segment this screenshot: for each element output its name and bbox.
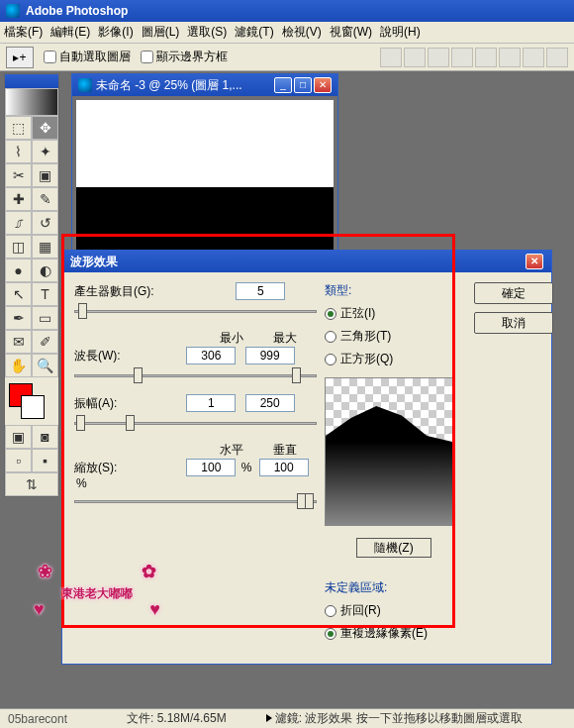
auto-select-checkbox[interactable] [44,51,56,63]
notes-tool-icon[interactable]: ✉ [5,330,32,354]
menu-help[interactable]: 說明(H) [380,24,421,41]
generators-input[interactable] [236,282,285,300]
pen-tool-icon[interactable]: ✒ [5,306,32,330]
align-btn[interactable] [546,48,568,67]
dialog-titlebar[interactable]: 波形效果 ✕ [62,251,551,272]
move-tool-icon[interactable]: ✥ [32,116,58,140]
wavelength-slider[interactable] [74,366,317,384]
close-button[interactable]: ✕ [314,77,332,93]
heal-tool-icon[interactable]: ✚ [5,187,32,211]
blur-tool-icon[interactable]: ● [5,259,32,282]
jump-to-icon[interactable]: ⇅ [5,472,58,496]
radio-icon[interactable] [325,605,336,617]
maximize-button[interactable]: □ [294,77,312,93]
document-window: 未命名 -3 @ 25% (圖層 1,... _ □ ✕ [71,73,338,261]
preview-wave-shape [326,406,452,525]
hand-tool-icon[interactable]: ✋ [5,354,32,377]
slice-tool-icon[interactable]: ▣ [32,163,58,187]
randomize-button[interactable]: 隨機(Z) [356,538,431,558]
align-btn[interactable] [404,48,426,67]
radio-icon[interactable] [325,331,336,343]
eraser-tool-icon[interactable]: ◫ [5,235,32,259]
align-btn[interactable] [428,48,449,67]
align-btn[interactable] [451,48,473,67]
minimize-button[interactable]: _ [274,77,292,93]
brush-tool-icon[interactable]: ✎ [32,187,58,211]
shape-tool-icon[interactable]: ▭ [32,306,58,330]
wave-filter-dialog: 波形效果 ✕ 產生器數目(G): 最小 最大 波長(W): [61,250,552,665]
undef-wrap-label: 折回(R) [340,602,381,619]
path-tool-icon[interactable]: ↖ [5,282,32,306]
scale-h-input[interactable] [186,459,236,476]
menubar: 檔案(F) 編輯(E) 影像(I) 圖層(L) 選取(S) 濾鏡(T) 檢視(V… [0,22,574,44]
screen-mode-icon[interactable]: ▪ [32,449,58,472]
wavelength-min-input[interactable] [186,347,236,364]
menu-file[interactable]: 檔案(F) [4,24,43,41]
type-triangle-label: 三角形(T) [340,328,391,345]
show-bounds-checkbox[interactable]: 顯示邊界方框 [141,49,228,65]
status-left: 05barecont [8,712,107,726]
menu-filter[interactable]: 濾鏡(T) [235,24,273,41]
type-tool-icon[interactable]: T [32,282,58,306]
document-icon [78,78,92,92]
type-sine-radio[interactable]: 正弦(I) [325,305,463,322]
crop-tool-icon[interactable]: ✂ [5,163,32,187]
align-btn[interactable] [499,48,521,67]
status-memory: 文件: 5.18M/4.65M [127,710,227,727]
auto-select-layer-checkbox[interactable]: 自動選取圖層 [44,49,131,65]
ok-button[interactable]: 確定 [474,282,553,304]
generators-slider[interactable] [74,302,317,320]
dialog-close-button[interactable]: ✕ [526,254,543,269]
undef-wrap-radio[interactable]: 折回(R) [325,602,463,619]
cancel-button[interactable]: 取消 [474,312,553,334]
document-titlebar[interactable]: 未命名 -3 @ 25% (圖層 1,... _ □ ✕ [72,74,337,96]
tool-preview[interactable]: ▸+ [6,47,34,68]
menu-edit[interactable]: 編輯(E) [50,24,90,41]
amplitude-min-input[interactable] [186,394,236,412]
show-bounds-cb[interactable] [141,51,153,63]
radio-icon[interactable] [325,354,336,365]
screen-mode-icon[interactable]: ▫ [5,449,32,472]
standard-mode-icon[interactable]: ▣ [5,425,32,449]
scale-v-input[interactable] [259,459,309,476]
document-canvas[interactable] [72,96,337,260]
marquee-tool-icon[interactable]: ⬚ [5,116,32,140]
menu-image[interactable]: 影像(I) [98,24,133,41]
color-swatches[interactable] [5,377,58,425]
align-btn[interactable] [380,48,402,67]
options-bar: ▸+ 自動選取圖層 顯示邊界方框 [0,44,574,71]
quickmask-mode-icon[interactable]: ◙ [32,425,58,449]
toolbox-header[interactable] [5,74,58,88]
history-brush-icon[interactable]: ↺ [32,211,58,235]
lasso-tool-icon[interactable]: ⌇ [5,140,32,163]
wavelength-max-input[interactable] [245,347,295,364]
stamp-tool-icon[interactable]: ⎎ [5,211,32,235]
radio-icon[interactable] [325,628,336,640]
gradient-tool-icon[interactable]: ▦ [32,235,58,259]
menu-select[interactable]: 選取(S) [187,24,227,41]
scale-slider[interactable] [74,492,317,510]
amplitude-slider[interactable] [74,414,317,432]
amplitude-max-input[interactable] [245,394,295,412]
menu-window[interactable]: 視窗(W) [330,24,372,41]
pct-label: % [76,476,87,490]
toolbox: ⬚ ✥ ⌇ ✦ ✂ ▣ ✚ ✎ ⎎ ↺ ◫ ▦ ● ◐ ↖ T ✒ ▭ ✉ ✐ … [4,73,59,497]
app-icon [6,4,20,18]
align-buttons [380,48,568,67]
background-swatch[interactable] [21,395,45,419]
menu-view[interactable]: 檢視(V) [282,24,322,41]
auto-select-label: 自動選取圖層 [59,49,131,65]
menu-layer[interactable]: 圖層(L) [142,24,180,41]
type-triangle-radio[interactable]: 三角形(T) [325,328,463,345]
zoom-tool-icon[interactable]: 🔍 [32,354,58,377]
canvas-gradient-area [76,187,334,257]
type-square-radio[interactable]: 正方形(Q) [325,351,463,367]
dodge-tool-icon[interactable]: ◐ [32,259,58,282]
radio-icon[interactable] [325,308,336,320]
wand-tool-icon[interactable]: ✦ [32,140,58,163]
undef-repeat-radio[interactable]: 重複邊緣像素(E) [325,625,463,642]
align-btn[interactable] [523,48,544,67]
align-btn[interactable] [475,48,497,67]
eyedropper-tool-icon[interactable]: ✐ [32,330,58,354]
vert-label: 垂直 [273,442,297,459]
